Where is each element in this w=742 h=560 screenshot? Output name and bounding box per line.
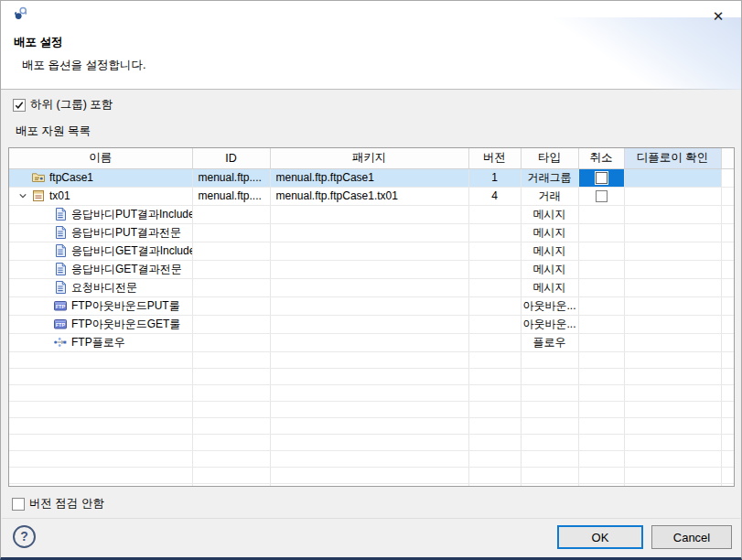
package-cell: menual.ftp.ftpCase1.tx01	[270, 187, 468, 205]
column-header-cancel[interactable]: 취소	[578, 148, 624, 168]
empty-table-row	[9, 483, 734, 487]
empty-cell	[9, 368, 192, 384]
cancel-cell	[578, 296, 624, 315]
name-cell: FTPFTP아웃바운드PUT룰	[9, 296, 192, 315]
table-row[interactable]: FTP플로우플로우	[9, 333, 734, 351]
table-row[interactable]: 응답바디GET결과Include메시지	[9, 242, 734, 260]
id-cell	[192, 296, 270, 315]
cancel-checkbox[interactable]	[596, 172, 608, 184]
empty-cell	[624, 401, 721, 417]
empty-cell	[521, 483, 578, 487]
column-header-type[interactable]: 타입	[521, 148, 578, 168]
empty-cell	[468, 351, 521, 368]
deploy-confirm-cell	[624, 315, 721, 333]
include-subgroup-label: 하위 (그룹) 포함	[30, 97, 113, 113]
empty-cell	[270, 401, 468, 417]
version-cell	[468, 278, 521, 296]
empty-cell	[192, 351, 270, 368]
deploy-confirm-cell	[624, 278, 721, 296]
ftp-rule-icon: FTP	[53, 317, 68, 331]
cancel-cell	[578, 315, 624, 333]
empty-table-row	[9, 351, 734, 368]
checkbox-unchecked-icon	[12, 498, 25, 511]
empty-cell	[624, 434, 721, 450]
cancel-button[interactable]: Cancel	[651, 525, 732, 549]
column-header-package[interactable]: 패키지	[270, 148, 468, 168]
id-cell	[192, 333, 270, 351]
empty-cell	[9, 483, 192, 487]
cancel-cell	[578, 168, 624, 187]
empty-cell	[270, 483, 468, 487]
table-row[interactable]: FTPFTP아웃바운드GET룰아웃바운...	[9, 315, 734, 333]
empty-cell	[624, 351, 721, 368]
version-check-label: 버전 점검 안함	[29, 496, 104, 512]
empty-cell	[468, 401, 521, 417]
message-icon	[53, 207, 68, 221]
empty-table-row	[9, 368, 734, 384]
column-header-version[interactable]: 버전	[468, 148, 521, 168]
empty-cell	[9, 351, 192, 368]
table-row[interactable]: FTPFTP아웃바운드PUT룰아웃바운...	[9, 296, 734, 315]
table-row[interactable]: 응답바디GET결과전문메시지	[9, 260, 734, 278]
close-button[interactable]: ✕	[706, 6, 730, 27]
table-row[interactable]: 요청바디전문메시지	[9, 278, 734, 296]
column-header-name[interactable]: 이름	[9, 148, 192, 168]
package-cell	[270, 223, 468, 242]
version-cell: 1	[468, 168, 521, 187]
type-cell: 메시지	[521, 205, 578, 223]
empty-cell	[578, 417, 624, 434]
resource-grid: 이름 ID 패키지 버전 타입 취소 디플로이 확인 ftpCase1menua…	[9, 148, 734, 487]
version-cell	[468, 242, 521, 260]
filler-cell	[721, 187, 734, 205]
include-subgroup-checkbox[interactable]: 하위 (그룹) 포함	[13, 97, 113, 113]
empty-cell	[521, 450, 578, 467]
cancel-checkbox[interactable]	[596, 190, 608, 202]
empty-cell	[624, 417, 721, 434]
table-row[interactable]: ftpCase1menual.ftp....menual.ftp.ftpCase…	[9, 168, 734, 187]
filler-cell	[721, 315, 734, 333]
table-row[interactable]: tx01menual.ftp....menual.ftp.ftpCase1.tx…	[9, 187, 734, 205]
resource-name-label: tx01	[49, 189, 70, 202]
version-check-checkbox[interactable]: 버전 점검 안함	[12, 496, 104, 512]
chevron-down-icon[interactable]	[15, 191, 31, 200]
resource-name-label: 응답바디GET결과전문	[71, 262, 182, 277]
empty-cell	[578, 467, 624, 483]
version-cell	[468, 260, 521, 278]
empty-cell	[192, 483, 270, 487]
filler-cell	[721, 205, 734, 223]
package-cell	[270, 296, 468, 315]
ok-button[interactable]: OK	[557, 525, 643, 549]
deploy-confirm-cell	[624, 333, 721, 351]
empty-cell	[721, 483, 734, 487]
empty-cell	[468, 384, 521, 401]
package-cell: menual.ftp.ftpCase1	[270, 168, 468, 187]
empty-cell	[9, 434, 192, 450]
empty-cell	[578, 483, 624, 487]
resource-table: 이름 ID 패키지 버전 타입 취소 디플로이 확인 ftpCase1menua…	[8, 147, 735, 487]
help-button[interactable]: ?	[13, 525, 36, 548]
resource-name-label: FTP아웃바운드PUT룰	[71, 298, 180, 314]
empty-cell	[578, 434, 624, 450]
filler-cell	[721, 242, 734, 260]
empty-cell	[468, 368, 521, 384]
type-cell: 아웃바운...	[521, 296, 578, 315]
cancel-cell	[578, 278, 624, 296]
table-caption: 배포 자원 목록	[16, 124, 91, 139]
table-row[interactable]: 응답바디PUT결과전문메시지	[9, 223, 734, 242]
empty-cell	[270, 467, 468, 483]
banner-gradient	[512, 17, 741, 90]
table-row[interactable]: 응답바디PUT결과Include메시지	[9, 205, 734, 223]
empty-cell	[468, 450, 521, 467]
deploy-confirm-cell	[624, 296, 721, 315]
empty-table-row	[9, 467, 734, 483]
empty-cell	[192, 368, 270, 384]
type-cell: 메시지	[521, 278, 578, 296]
deploy-confirm-cell	[624, 242, 721, 260]
package-cell	[270, 260, 468, 278]
empty-cell	[192, 417, 270, 434]
empty-cell	[624, 368, 721, 384]
id-cell	[192, 205, 270, 223]
flow-icon	[53, 335, 68, 350]
column-header-id[interactable]: ID	[192, 148, 270, 168]
column-header-deploy-confirm[interactable]: 디플로이 확인	[624, 148, 721, 168]
